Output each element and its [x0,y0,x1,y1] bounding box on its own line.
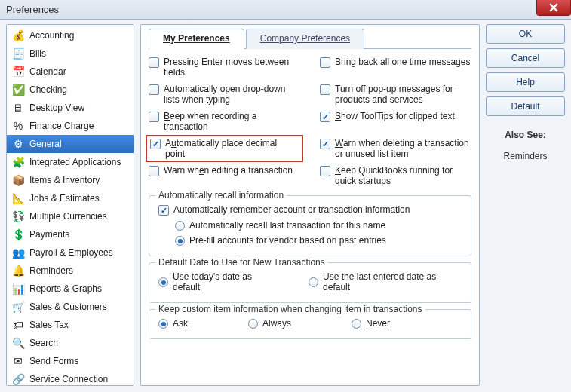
remember-account-row[interactable]: Automatically remember account or transa… [158,202,462,218]
sidebar-item-desktop-view[interactable]: 🖥Desktop View [7,99,134,117]
radio-icon [158,277,168,287]
sidebar-item-finance-charge[interactable]: %Finance Charge [7,117,134,135]
sidebar-item-general[interactable]: ⚙General [7,135,134,153]
default-button[interactable]: Default [486,96,565,116]
radio-icon [158,319,168,329]
sidebar-item-sales-customers[interactable]: 🛒Sales & Customers [7,298,134,316]
radio-icon [309,277,318,287]
pref-check-keep-quickbooks-running-for-qu[interactable]: Keep QuickBooks running for quick startu… [320,164,471,188]
radio-never-label: Never [366,318,390,329]
sidebar-item-search[interactable]: 🔍Search [7,334,134,352]
sidebar-item-label: Checking [29,84,67,95]
calendar-icon: 📅 [11,65,25,78]
checkbox-icon [158,205,169,216]
also-see-reminders[interactable]: Reminders [486,151,565,161]
payments-icon: 💲 [11,228,25,241]
checkbox-label: Automatically place decimal point [165,138,299,159]
sidebar-item-reports-graphs[interactable]: 📊Reports & Graphs [7,280,134,298]
group-custom-item-title: Keep custom item information when changi… [155,304,425,314]
integrated-applications-icon: 🧩 [11,155,25,169]
pref-check-show-tooltips-for-clipped-text[interactable]: Show ToolTips for clipped text [320,109,471,133]
sidebar-item-items-inventory[interactable]: 📦Items & Inventory [7,171,134,189]
group-auto-recall-title: Automatically recall information [155,190,287,201]
radio-recall-last[interactable]: Automatically recall last transaction fo… [175,218,462,233]
sidebar[interactable]: 💰Accounting🧾Bills📅Calendar✅Checking🖥Desk… [6,24,134,386]
help-button[interactable]: Help [486,72,565,92]
radio-icon [175,221,185,231]
pref-check-automatically-open-drop-down-l[interactable]: Automatically open drop-down lists when … [149,82,300,106]
checkbox-label: Keep QuickBooks running for quick startu… [335,165,471,186]
checkbox-label: Pressing Enter moves between fields [164,57,300,78]
close-icon [549,3,558,12]
pref-check-turn-off-pop-up-messages-for-p[interactable]: Turn off pop-up messages for products an… [320,82,471,106]
sidebar-item-payments[interactable]: 💲Payments [7,225,134,243]
main: My Preferences Company Preferences Press… [140,24,565,386]
radio-ask[interactable]: Ask [158,316,188,331]
tabs: My Preferences Company Preferences [149,28,471,49]
content: 💰Accounting🧾Bills📅Calendar✅Checking🖥Desk… [0,20,571,392]
pref-check-pressing-enter-moves-between-f[interactable]: Pressing Enter moves between fields [149,55,300,79]
default-date-options: Use today's date as default Use the last… [158,269,462,295]
sales-tax-icon: 🏷 [11,318,25,332]
sidebar-item-multiple-currencies[interactable]: 💱Multiple Currencies [7,207,134,225]
sidebar-item-label: Multiple Currencies [29,211,107,222]
radio-today[interactable]: Use today's date as default [158,269,278,295]
pref-check-bring-back-all-one-time-messag[interactable]: Bring back all one time messages [320,55,471,79]
sidebar-item-jobs-estimates[interactable]: 📐Jobs & Estimates [7,189,134,207]
group-auto-recall: Automatically recall information Automat… [149,195,471,256]
radio-icon [352,319,361,329]
sales-customers-icon: 🛒 [11,300,25,314]
sidebar-item-payroll-employees[interactable]: 👥Payroll & Employees [7,243,134,262]
items-inventory-icon: 📦 [11,173,25,187]
sidebar-item-label: Payments [29,229,69,240]
reports-graphs-icon: 📊 [11,282,25,296]
pref-check-warn-when-deleting-a-transacti[interactable]: Warn when deleting a transaction or unus… [320,136,471,161]
close-button[interactable] [536,0,571,16]
radio-always-label: Always [262,318,291,329]
sidebar-item-label: Desktop View [29,103,84,113]
tab-my-preferences[interactable]: My Preferences [149,29,244,49]
sidebar-item-sales-tax[interactable]: 🏷Sales Tax [7,316,134,334]
checking-icon: ✅ [11,83,25,96]
sidebar-item-label: Bills [29,48,46,59]
pref-check-automatically-place-decimal-po[interactable]: Automatically place decimal point [146,135,303,162]
ok-button[interactable]: OK [486,24,565,44]
pref-check-beep-when-recording-a-transact[interactable]: Beep when recording a transaction [149,109,300,133]
tab-company-preferences[interactable]: Company Preferences [246,29,364,49]
group-default-date: Default Date to Use for New Transactions… [149,262,471,303]
pref-check-warn-when-editing-a-transactio[interactable]: Warn when editing a transaction [149,164,300,188]
sidebar-item-send-forms[interactable]: ✉Send Forms [7,352,134,370]
sidebar-item-calendar[interactable]: 📅Calendar [7,63,134,81]
group-custom-item: Keep custom item information when changi… [149,309,471,339]
group-default-date-title: Default Date to Use for New Transactions [155,257,328,268]
remember-account-label: Automatically remember account or transa… [173,204,410,215]
checkbox-label: Show ToolTips for clipped text [335,111,455,121]
radio-last-date-label: Use the last entered date as default [323,271,462,292]
reminders-icon: 🔔 [11,264,25,277]
checkbox-icon [149,57,159,68]
checkbox-icon [320,57,330,68]
radio-icon [248,319,258,329]
checkbox-label: Warn when deleting a transaction or unus… [335,138,471,159]
window-title: Preferences [6,4,59,15]
sidebar-item-reminders[interactable]: 🔔Reminders [7,262,134,280]
cancel-button[interactable]: Cancel [486,48,565,68]
sidebar-item-integrated-applications[interactable]: 🧩Integrated Applications [7,153,134,171]
radio-always[interactable]: Always [248,316,291,331]
checkbox-icon [149,166,159,176]
radio-recall-last-label: Automatically recall last transaction fo… [189,220,385,231]
radio-prefill[interactable]: Pre-fill accounts for vendor based on pa… [175,233,462,248]
payroll-employees-icon: 👥 [11,246,25,259]
search-icon: 🔍 [11,336,25,350]
sidebar-item-label: Send Forms [29,356,78,366]
sidebar-item-accounting[interactable]: 💰Accounting [7,26,134,44]
finance-charge-icon: % [11,119,25,133]
radio-never[interactable]: Never [352,316,390,331]
accounting-icon: 💰 [11,29,25,42]
sidebar-item-checking[interactable]: ✅Checking [7,81,134,99]
sidebar-item-service-connection[interactable]: 🔗Service Connection [7,370,134,386]
sidebar-item-bills[interactable]: 🧾Bills [7,44,134,63]
radio-last-date[interactable]: Use the last entered date as default [309,269,462,295]
sidebar-item-label: Accounting [29,30,74,41]
also-see-heading: Also See: [486,130,565,140]
